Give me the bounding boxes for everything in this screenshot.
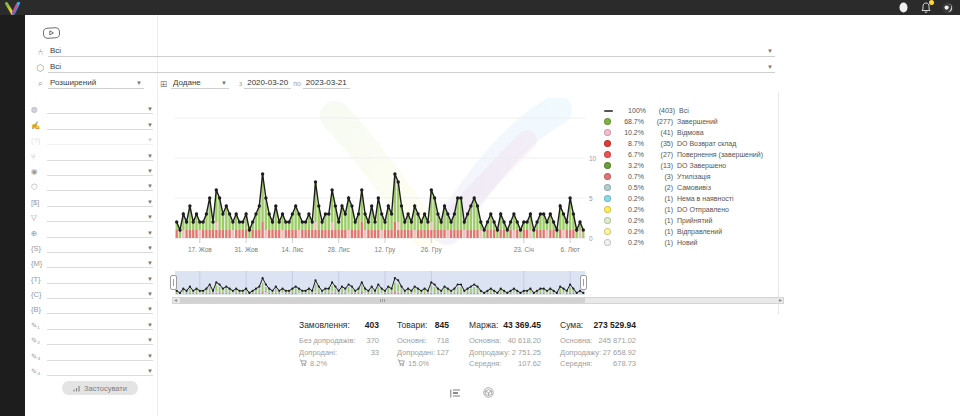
legend-item[interactable]: 100%(403)Всі <box>604 105 763 116</box>
legend-item[interactable]: 6.7%(27)Повернення (завершений) <box>604 149 763 160</box>
y-tick-label: 5 <box>589 195 593 202</box>
stat-sub-value: 8.2% <box>310 359 379 368</box>
chart-bar-segment <box>222 214 224 230</box>
stat-header-label: Замовлення: <box>299 320 350 330</box>
chart-bar-segment <box>430 222 432 230</box>
legend-count: (2) <box>644 184 673 191</box>
brush-handle-right[interactable] <box>580 275 587 290</box>
chart-bar-segment <box>536 230 538 238</box>
chevron-down-icon: ▼ <box>147 198 153 206</box>
legend-item[interactable]: 0.2%(1)Нема в наявності <box>604 193 763 204</box>
filter-param-m-select[interactable]: ▼ <box>47 257 153 268</box>
legend-item[interactable]: 0.2%(1)Новий <box>604 237 763 248</box>
legend-label: Відправлений <box>677 228 722 235</box>
legend-item[interactable]: 0.2%(1)DO Отправлено <box>604 204 763 215</box>
chart-scrollbar[interactable]: ◂ ▸ <box>172 297 784 304</box>
date-field-select[interactable]: Додане ▼ <box>171 76 229 89</box>
filter-package-select[interactable]: ▼ <box>47 180 153 191</box>
product-select[interactable]: Всі ▼ <box>48 60 775 73</box>
stat-header-value: 403 <box>365 320 379 330</box>
filter-param-b-select[interactable]: ▼ <box>47 303 153 314</box>
filter-funnel-select[interactable]: ▼ <box>47 211 153 222</box>
category-select[interactable]: Всі ▼ <box>48 44 775 57</box>
filter-param-c-select[interactable]: ▼ <box>47 288 153 299</box>
scroll-left-icon[interactable]: ◂ <box>174 297 177 304</box>
brush-handle-left[interactable] <box>170 275 177 290</box>
app-logo[interactable] <box>4 1 21 19</box>
chevron-down-icon: ▼ <box>147 367 153 375</box>
legend-item[interactable]: 0.2%(1)Прийнятий <box>604 215 763 226</box>
x-tick-label: 12. Гру <box>375 246 396 253</box>
chart-point <box>406 212 409 215</box>
filter-param-m-row: {M}▼ <box>29 253 153 268</box>
stat-sub-label: Середня: <box>469 359 501 368</box>
filter-param-s-select[interactable]: ▼ <box>47 242 153 253</box>
chart-point <box>211 220 214 223</box>
bell-icon[interactable] <box>919 1 932 14</box>
chevron-down-icon: ▼ <box>147 336 153 344</box>
legend-item[interactable]: 0.2%(1)Відправлений <box>604 226 763 237</box>
products-view-icon[interactable] <box>483 384 494 395</box>
chart-point <box>466 212 469 215</box>
legend-label: Новий <box>677 239 698 246</box>
chart-point <box>205 212 208 215</box>
chart-bar-segment <box>324 230 326 238</box>
legend-dot-swatch <box>604 173 611 180</box>
filter-signature-select[interactable]: ▼ <box>47 119 153 130</box>
chart-bar-segment <box>199 230 201 238</box>
category-icon: ⑃ <box>33 47 48 57</box>
filter-globe-icon: ⊕ <box>29 229 47 238</box>
main-chart[interactable] <box>175 98 587 248</box>
video-tutorial-icon[interactable] <box>42 26 61 44</box>
filter-custom-4-select[interactable]: ▼ <box>47 365 153 376</box>
search-mode-select[interactable]: Розширений ▼ <box>48 76 144 89</box>
chart-bar-segment <box>437 230 439 238</box>
profile-icon[interactable] <box>897 1 910 14</box>
chart-bar-segment <box>572 230 574 238</box>
date-to-input[interactable]: 2023-03-21 <box>303 76 350 89</box>
filter-unknown-select[interactable]: ▼ <box>47 134 153 145</box>
filter-structure-select[interactable]: ▼ <box>47 150 153 161</box>
filter-custom-2-select[interactable]: ▼ <box>47 334 153 345</box>
legend-item[interactable]: 68.7%(277)Завершений <box>604 116 763 127</box>
legend-pct: 0.2% <box>616 195 644 202</box>
legend-item[interactable]: 10.2%(41)Відмова <box>604 127 763 138</box>
filter-source-select[interactable]: ▼ <box>47 103 153 114</box>
apply-button[interactable]: Застосувати <box>62 381 138 395</box>
chart-bar-segment <box>219 230 221 238</box>
cart-icon <box>299 359 307 368</box>
chart-bar-segment <box>311 230 313 238</box>
filter-custom-1-icon: ✎₁ <box>29 321 47 330</box>
scrollbar-thumb[interactable] <box>180 298 585 303</box>
legend-item[interactable]: 3.2%(13)DO Завершено <box>604 160 763 171</box>
scroll-right-icon[interactable]: ▸ <box>779 297 782 304</box>
topbar-actions <box>897 1 954 14</box>
date-from-input[interactable]: 2020-03-20 <box>244 76 291 89</box>
filter-payment-select[interactable]: ▼ <box>47 196 153 207</box>
chart-point <box>370 204 373 207</box>
filter-custom-1-select[interactable]: ▼ <box>47 319 153 330</box>
legend-item[interactable]: 8.7%(35)DO Возврат склад <box>604 138 763 149</box>
filter-globe-select[interactable]: ▼ <box>47 227 153 238</box>
chart-bar-segment <box>434 230 436 238</box>
scrollbar-grip <box>380 299 385 302</box>
filter-person-select[interactable]: ▼ <box>47 165 153 176</box>
brush-chart[interactable] <box>175 271 585 295</box>
stat-sub-value: 245 871.02 <box>598 336 636 345</box>
chart-bar-segment <box>562 230 564 238</box>
legend-dot-swatch <box>604 206 611 213</box>
chart-point <box>228 212 231 215</box>
legend-label: Прийнятий <box>677 217 712 224</box>
chart-point <box>496 228 499 231</box>
legend-item[interactable]: 0.7%(3)Утилізація <box>604 171 763 182</box>
filter-custom-3-select[interactable]: ▼ <box>47 350 153 361</box>
stat-sub-label: Основна: <box>469 336 501 345</box>
help-icon[interactable] <box>941 1 954 14</box>
filter-param-t-select[interactable]: ▼ <box>47 273 153 284</box>
chart-bar-segment <box>513 230 515 238</box>
legend-label: Завершений <box>677 118 718 125</box>
list-view-icon[interactable] <box>450 384 461 395</box>
stat-sub-label: Допродажу: <box>469 348 510 357</box>
legend-item[interactable]: 0.5%(2)Самовивіз <box>604 182 763 193</box>
chart-point <box>251 220 254 223</box>
